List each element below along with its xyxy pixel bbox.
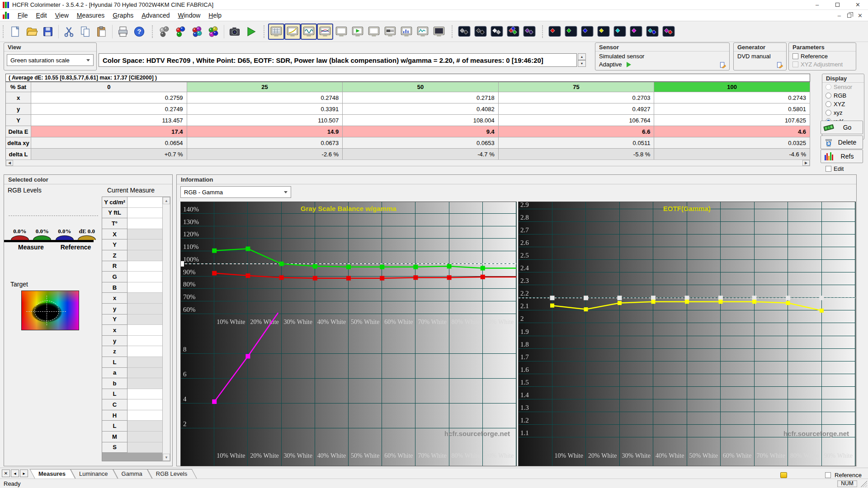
histogram-view-icon[interactable] <box>398 23 415 40</box>
rgb-levels-view-icon[interactable] <box>317 23 333 40</box>
radio-button-icon[interactable] <box>826 101 831 107</box>
run-measure-icon[interactable] <box>243 23 259 40</box>
table-cell[interactable]: 0.2743 <box>654 92 810 103</box>
table-cell[interactable]: 0.4927 <box>499 103 655 115</box>
spin-up-button[interactable]: ▲ <box>578 53 586 60</box>
table-cell[interactable]: 14.9 <box>187 126 343 137</box>
table-cell[interactable]: 17.4 <box>31 126 187 137</box>
toolbar-drag-handle[interactable] <box>264 25 265 38</box>
information-selector[interactable]: RGB - Gamma <box>180 186 291 198</box>
tab-prev-button[interactable]: ◂ <box>11 469 19 477</box>
table-cell[interactable]: -4.6 % <box>654 149 810 160</box>
table-cell[interactable]: 106.764 <box>499 115 655 126</box>
saturation-measure-icon[interactable] <box>205 23 222 40</box>
menu-view[interactable]: View <box>51 10 73 20</box>
table-column-header[interactable]: 0 <box>31 82 187 92</box>
toolbar-drag-handle[interactable] <box>152 25 154 38</box>
table-cell[interactable]: 107.625 <box>654 115 810 126</box>
new-file-icon[interactable] <box>7 23 24 40</box>
menu-measures[interactable]: Measures <box>73 10 108 20</box>
mdi-close-button[interactable]: ✕ <box>858 12 863 19</box>
menu-edit[interactable]: Edit <box>32 10 51 20</box>
spin-down-button[interactable]: ▼ <box>578 60 586 67</box>
table-cell[interactable]: 9.4 <box>343 126 499 137</box>
tab-rgb-levels[interactable]: RGB Levels <box>150 469 194 479</box>
table-cell[interactable]: -5.8 % <box>499 149 655 160</box>
display-option-RGB[interactable]: RGB <box>822 91 864 100</box>
table-cell[interactable]: 0.2718 <box>343 92 499 103</box>
menu-window[interactable]: Window <box>174 10 205 20</box>
save-file-icon[interactable] <box>40 23 56 40</box>
go-button[interactable]: Go <box>821 121 863 134</box>
ramp-view-icon[interactable] <box>382 23 398 40</box>
bottom-reference-checkbox[interactable] <box>825 472 831 478</box>
edit-checkbox[interactable] <box>826 166 831 172</box>
measure-grayscale-icon[interactable] <box>456 23 472 40</box>
measure-near-black-icon[interactable] <box>472 23 489 40</box>
scroll-right-icon[interactable]: ▶ <box>802 160 810 166</box>
tab-gamma[interactable]: Gamma <box>115 469 150 479</box>
help-icon[interactable]: ? <box>131 23 147 40</box>
minimize-button[interactable]: – <box>807 0 827 10</box>
table-cell[interactable]: 113.457 <box>31 115 187 126</box>
measure-blue-icon[interactable] <box>579 23 595 40</box>
table-cell[interactable]: -4.7 % <box>343 149 499 160</box>
mdi-minimize-button[interactable]: – <box>838 12 841 19</box>
table-cell[interactable]: 0.0673 <box>187 137 343 149</box>
table-cell[interactable]: 0.2749 <box>31 103 187 115</box>
toolbar-drag-handle[interactable] <box>3 25 5 38</box>
table-cell[interactable]: 4.6 <box>654 126 810 137</box>
measure-magenta-icon[interactable] <box>628 23 644 40</box>
measure-yellow-icon[interactable] <box>595 23 612 40</box>
mdi-restore-button[interactable] <box>847 14 851 18</box>
sensor-run-icon[interactable] <box>627 62 631 67</box>
cie-diagram-view-icon[interactable] <box>333 23 349 40</box>
table-cell[interactable]: 6.6 <box>499 126 655 137</box>
mdi-document-icon[interactable] <box>3 12 10 19</box>
toolbar-drag-handle[interactable] <box>452 25 453 38</box>
sensor-configure-icon[interactable] <box>719 62 726 69</box>
color-measure-icon[interactable] <box>189 23 205 40</box>
table-cell[interactable]: 0.0653 <box>343 137 499 149</box>
measure-primaries-icon[interactable] <box>644 23 660 40</box>
table-cell[interactable]: +0.7 % <box>31 149 187 160</box>
tab-close-button[interactable]: ✕ <box>2 469 10 477</box>
measure-red-icon[interactable] <box>547 23 563 40</box>
maximize-button[interactable] <box>827 0 848 10</box>
table-cell[interactable]: 110.507 <box>187 115 343 126</box>
copy-icon[interactable] <box>77 23 94 40</box>
gamma-view-icon[interactable] <box>301 23 317 40</box>
table-column-header[interactable]: 75 <box>499 82 655 92</box>
table-cell[interactable]: 0.0511 <box>499 137 655 149</box>
measure-cyan-icon[interactable] <box>612 23 628 40</box>
table-cell[interactable]: 108.004 <box>343 115 499 126</box>
tab-luminance[interactable]: Luminance <box>73 469 115 479</box>
table-cell[interactable]: 0.0654 <box>31 137 187 149</box>
scroll-left-icon[interactable]: ◀ <box>6 160 13 166</box>
menu-file[interactable]: File <box>14 10 32 20</box>
saturation-measures-table[interactable]: % Sat0255075100x0.27590.27480.27180.2703… <box>5 82 810 160</box>
display-option-XYZ[interactable]: XYZ <box>822 100 864 108</box>
scroll-up-icon[interactable]: ▲ <box>163 197 170 204</box>
measure-secondaries-icon[interactable] <box>660 23 677 40</box>
rgb-measure-icon[interactable] <box>173 23 189 40</box>
measure-green-icon[interactable] <box>563 23 579 40</box>
table-cell[interactable]: -2.6 % <box>187 149 343 160</box>
table-cell[interactable]: 0.0325 <box>654 137 810 149</box>
table-horizontal-scrollbar[interactable]: ◀ ▶ <box>5 160 810 166</box>
display-option-xyz[interactable]: xyz <box>822 108 864 117</box>
luminance-view-icon[interactable] <box>284 23 301 40</box>
menu-advanced[interactable]: Advanced <box>137 10 174 20</box>
print-icon[interactable] <box>115 23 131 40</box>
measure-saturations-icon[interactable] <box>505 23 521 40</box>
measures-grid-view-icon[interactable] <box>268 23 284 40</box>
grayscale-balance-chart[interactable] <box>181 202 516 466</box>
snapshot-camera-icon[interactable] <box>226 23 243 40</box>
play-view-icon[interactable] <box>349 23 366 40</box>
menu-graphs[interactable]: Graphs <box>108 10 137 20</box>
table-cell[interactable]: 0.4082 <box>343 103 499 115</box>
eotf-gamma-chart[interactable] <box>519 202 855 466</box>
paste-icon[interactable] <box>94 23 110 40</box>
tab-next-button[interactable]: ▸ <box>20 469 28 477</box>
toolbar-drag-handle[interactable] <box>542 25 544 38</box>
